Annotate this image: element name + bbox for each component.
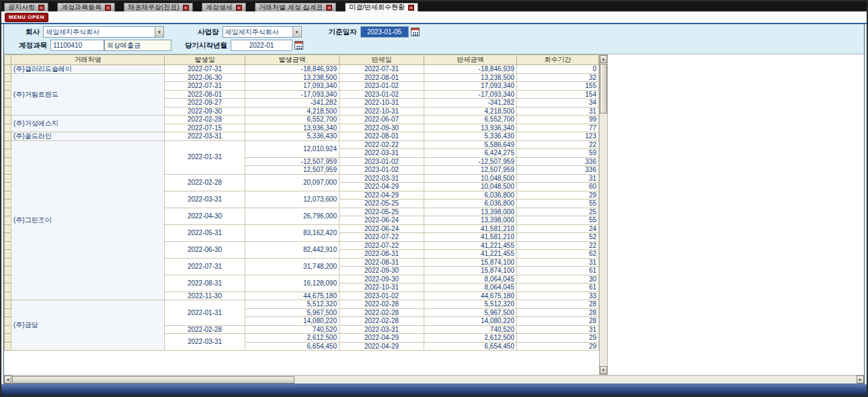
cell-collection-days: 59 — [517, 149, 599, 158]
scroll-down-icon[interactable] — [600, 366, 607, 374]
cell-settle-date: 2023-01-02 — [340, 166, 424, 175]
tab-close-icon[interactable] — [236, 5, 242, 11]
cell-occur-amount: 20,097,000 — [245, 174, 340, 191]
tab-label: 미결/반제회수현황 — [349, 3, 405, 12]
cell-collection-days: 0 — [517, 65, 599, 74]
menu-open-button[interactable]: MENU OPEN — [5, 13, 48, 22]
cell-occur-amount: 2,612,500 — [245, 334, 340, 343]
cell-occur-date: 2022-07-31 — [165, 82, 245, 91]
tab-close-icon[interactable] — [408, 5, 414, 11]
cell-customer: (주)그린조이 — [11, 140, 165, 300]
cell-settle-amount: 13,398,000 — [424, 208, 517, 216]
tab-4[interactable]: 계정명세 — [202, 3, 246, 11]
vertical-scrollbar[interactable] — [599, 54, 608, 375]
tab-6[interactable]: 미결/반제회수현황 — [345, 3, 418, 11]
row-indicator — [5, 200, 11, 208]
row-indicator — [5, 183, 11, 191]
cell-settle-amount: 14,080,220 — [424, 317, 517, 326]
table-row[interactable]: (주)거림트렌드2022-06-3013,238,5002022-08-0113… — [5, 73, 599, 82]
table-row[interactable]: (주)그린조이2022-01-3112,010,9242022-02-225,5… — [5, 140, 599, 149]
horizontal-scroll-thumb[interactable] — [12, 376, 294, 384]
cell-occur-amount: -18,846,939 — [245, 65, 340, 74]
table-row[interactable]: (주)골드라인2022-03-315,336,4302022-08-015,33… — [5, 132, 599, 141]
row-indicator — [5, 300, 11, 309]
cell-settle-date: 2023-01-02 — [340, 90, 424, 99]
tab-close-icon[interactable] — [105, 5, 111, 11]
scroll-left-icon[interactable] — [4, 376, 11, 384]
cell-settle-amount: 10,048,500 — [424, 174, 517, 183]
vertical-scroll-thumb[interactable] — [600, 64, 607, 114]
cell-settle-amount: 41,221,455 — [424, 241, 517, 250]
cell-collection-days: 62 — [517, 250, 599, 259]
calendar-icon[interactable] — [411, 28, 420, 36]
chevron-down-icon[interactable] — [155, 27, 163, 37]
row-indicator — [5, 334, 11, 343]
base-date-input[interactable]: 2023-01-05 — [360, 26, 409, 38]
horizontal-scrollbar[interactable] — [4, 375, 864, 384]
cell-occur-date: 2022-07-31 — [165, 65, 245, 74]
cell-occur-date: 2022-02-28 — [165, 116, 245, 124]
cell-occur-amount: 26,796,000 — [245, 208, 340, 224]
column-header-2: 발생일 — [165, 55, 245, 65]
cell-settle-amount: -341,282 — [424, 99, 517, 107]
tab-close-icon[interactable] — [326, 5, 332, 11]
row-indicator — [5, 317, 11, 326]
table-row[interactable]: (주)거성에스지2022-02-286,552,7002022-06-076,5… — [5, 116, 599, 124]
cell-settle-amount: 8,064,045 — [424, 275, 517, 283]
calendar-icon[interactable] — [294, 41, 303, 50]
cell-settle-amount: 13,936,340 — [424, 124, 517, 132]
table-row[interactable]: (주)갤러리드슬레이2022-07-31-18,846,9392022-07-3… — [5, 65, 599, 74]
tab-close-icon[interactable] — [38, 5, 44, 11]
cell-settle-date: 2022-08-31 — [340, 250, 424, 259]
cell-settle-amount: 10,048,500 — [424, 183, 517, 191]
cell-customer: (주)금담 — [11, 300, 165, 351]
row-indicator — [5, 216, 11, 225]
cell-occur-amount: 740,520 — [245, 325, 340, 334]
cell-settle-amount: -17,093,340 — [424, 90, 517, 99]
tab-5[interactable]: 거래처별 계정 집계표 — [255, 3, 337, 11]
cell-occur-amount: 12,010,924 — [245, 140, 340, 157]
cell-settle-date: 2022-06-24 — [340, 216, 424, 225]
site-select[interactable]: 제일제지주식회사 — [223, 26, 302, 38]
period-input[interactable]: 2022-01 — [231, 40, 292, 51]
company-select[interactable]: 제일제지주식회사 — [43, 26, 164, 38]
tab-1[interactable]: 공지사항 — [4, 3, 48, 11]
cell-collection-days: 55 — [517, 216, 599, 225]
column-header-5: 반제금액 — [424, 55, 517, 65]
column-header-6: 회수기간 — [517, 55, 599, 65]
scroll-up-icon[interactable] — [600, 55, 607, 63]
cell-settle-date: 2022-02-22 — [340, 140, 424, 149]
cell-settle-amount: 6,552,700 — [424, 116, 517, 124]
cell-occur-date: 2022-07-31 — [165, 258, 245, 275]
cell-collection-days: 33 — [517, 292, 599, 300]
settlement-table: 거래처명발생일발생금액반제일반제금액회수기간 (주)갤러리드슬레이2022-07… — [4, 54, 599, 351]
account-code-input[interactable]: 11100410 — [50, 40, 104, 51]
cell-collection-days: 99 — [517, 116, 599, 124]
cell-settle-amount: 41,581,210 — [424, 233, 517, 242]
company-select-value: 제일제지주식회사 — [44, 28, 155, 37]
cell-occur-date: 2022-03-31 — [165, 334, 245, 351]
row-indicator — [5, 65, 11, 74]
cell-collection-days: 31 — [517, 258, 599, 267]
tab-2[interactable]: 계정과목등록 — [57, 3, 115, 11]
tab-close-icon[interactable] — [183, 5, 189, 11]
tab-label: 공지사항 — [8, 3, 35, 12]
cell-settle-date: 2022-07-22 — [340, 241, 424, 250]
cell-customer: (주)골드라인 — [11, 132, 165, 141]
cell-settle-date: 2022-05-25 — [340, 208, 424, 216]
cell-occur-amount: 13,238,500 — [245, 73, 340, 82]
row-indicator — [5, 267, 11, 275]
menu-band: MENU OPEN — [1, 11, 867, 23]
cell-occur-date: 2022-07-15 — [165, 124, 245, 132]
tab-bar: 공지사항계정과목등록채권채무장(전표)계정명세거래처별 계정 집계표미결/반제회… — [1, 1, 867, 11]
row-indicator — [5, 342, 11, 351]
cell-collection-days: 28 — [517, 300, 599, 309]
cell-occur-date: 2022-09-30 — [165, 107, 245, 116]
cell-settle-amount: 8,064,045 — [424, 283, 517, 292]
chevron-down-icon[interactable] — [292, 27, 301, 37]
scroll-right-icon[interactable] — [857, 376, 864, 384]
tab-3[interactable]: 채권채무장(전표) — [124, 3, 193, 11]
table-row[interactable]: (주)금담2022-01-315,512,3202022-02-285,512,… — [5, 300, 599, 309]
account-name-input[interactable]: 외상매출금 — [104, 40, 171, 51]
cell-collection-days: 32 — [517, 73, 599, 82]
